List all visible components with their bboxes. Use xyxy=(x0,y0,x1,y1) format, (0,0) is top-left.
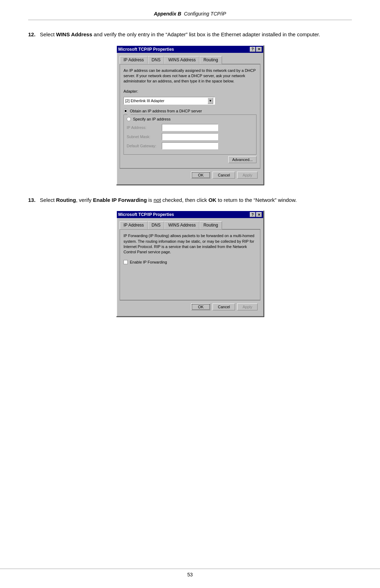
dialog1-tab-content: An IP address can be automatically assig… xyxy=(120,64,260,168)
radio-specify-row[interactable]: Specify an IP address xyxy=(127,117,253,121)
adapter-dropdown-value: [2] Etherlink III Adapter xyxy=(125,99,164,103)
appendix-bold: Appendix B xyxy=(154,11,181,17)
default-gateway-input[interactable] xyxy=(162,142,218,149)
dialog2-tab-wins[interactable]: WINS Address xyxy=(164,221,200,229)
step-13-pre: Select xyxy=(37,197,56,203)
dialog2-container: Microsoft TCP/IP Properties ? ✕ IP Addre… xyxy=(28,210,352,317)
step-13-text: 13. Select Routing, verify Enable IP For… xyxy=(28,196,352,204)
dialog2-title: Microsoft TCP/IP Properties xyxy=(118,212,174,217)
dialog2-close-button[interactable]: ✕ xyxy=(256,212,262,217)
dialog1-tabs: IP Address DNS WINS Address Routing xyxy=(120,56,260,64)
step-13-t3: is not checked, then click xyxy=(147,197,208,203)
dialog1-container: Microsoft TCP/IP Properties ? ✕ IP Addre… xyxy=(28,45,352,185)
dialog2-titlebar: Microsoft TCP/IP Properties ? ✕ xyxy=(117,211,263,218)
dialog1-titlebar: Microsoft TCP/IP Properties ? ✕ xyxy=(117,46,263,53)
dialog1: Microsoft TCP/IP Properties ? ✕ IP Addre… xyxy=(116,45,264,185)
help-button[interactable]: ? xyxy=(250,47,255,52)
radio-specify-icon xyxy=(127,117,131,121)
page-footer: 53 xyxy=(0,569,380,577)
ip-address-row: IP Address: xyxy=(127,124,253,131)
step-13-bold2: Enable IP Forwarding xyxy=(93,197,147,203)
tab-wins-address[interactable]: WINS Address xyxy=(164,56,200,64)
advanced-button[interactable]: Advanced... xyxy=(228,156,256,163)
ip-address-input[interactable] xyxy=(162,124,218,131)
subnet-mask-label: Subnet Mask: xyxy=(127,135,162,139)
titlebar-buttons: ? ✕ xyxy=(250,47,262,52)
step-13-bold3: OK xyxy=(208,197,216,203)
step-12-rest: and verify the only entry in the “Adapte… xyxy=(92,31,320,37)
subnet-mask-input[interactable] xyxy=(162,133,218,140)
adapter-dropdown[interactable]: [2] Etherlink III Adapter ▼ xyxy=(124,97,215,105)
dialog1-body: IP Address DNS WINS Address Routing An I… xyxy=(117,53,263,184)
dialog1-button-row: OK Cancel Apply xyxy=(120,168,260,181)
radio-specify-label: Specify an IP address xyxy=(133,117,171,121)
dialog2-apply-button[interactable]: Apply xyxy=(237,303,258,310)
dialog1-info-text: An IP address can be automatically assig… xyxy=(124,68,256,84)
dialog2-tabs: IP Address DNS WINS Address Routing xyxy=(120,221,260,230)
tab-ip-address[interactable]: IP Address xyxy=(120,56,148,64)
adapter-row: Adapter: xyxy=(124,89,256,93)
enable-ip-forwarding-label: Enable IP Forwarding xyxy=(130,260,167,264)
step-12-text: 12. Select WINS Address and verify the o… xyxy=(28,31,352,39)
dialog1-apply-button[interactable]: Apply xyxy=(237,172,258,179)
subnet-mask-row: Subnet Mask: xyxy=(127,133,253,140)
specify-ip-group: Specify an IP address IP Address: Subnet… xyxy=(124,114,256,155)
tab-routing[interactable]: Routing xyxy=(200,56,222,64)
radio-dhcp-row[interactable]: Obtain an IP address from a DHCP server xyxy=(124,109,256,113)
dialog2-titlebar-buttons: ? ✕ xyxy=(250,212,262,217)
dialog2-tab-routing[interactable]: Routing xyxy=(200,221,222,229)
dialog2-help-button[interactable]: ? xyxy=(250,212,255,217)
page-container: Appendix B Configuring TCP/iP 12. Select… xyxy=(0,0,380,588)
dialog2-tab-ip[interactable]: IP Address xyxy=(120,221,148,229)
dialog2-button-row: OK Cancel Apply xyxy=(120,300,260,313)
dialog2-info-text: IP Forwarding (IP Routing) allows packet… xyxy=(124,233,256,255)
adapter-label: Adapter: xyxy=(124,89,138,93)
step-12-pre: Select xyxy=(37,31,56,37)
dialog1-ok-button[interactable]: OK xyxy=(191,172,210,179)
advanced-btn-row: Advanced... xyxy=(124,155,256,165)
dialog1-title: Microsoft TCP/IP Properties xyxy=(118,47,174,52)
default-gateway-row: Default Gateway: xyxy=(127,142,253,149)
close-button[interactable]: ✕ xyxy=(256,47,262,52)
dialog2-ok-button[interactable]: OK xyxy=(191,303,210,310)
step-13-number: 13. xyxy=(28,197,36,203)
step-13-t5: to return to the “Network” window. xyxy=(216,197,297,203)
step-13-t2: , verify xyxy=(76,197,93,203)
step-13-bold1: Routing xyxy=(56,197,76,203)
radio-dhcp-label: Obtain an IP address from a DHCP server xyxy=(130,109,202,113)
specify-ip-group-label xyxy=(127,112,131,116)
enable-ip-forwarding-checkbox[interactable] xyxy=(124,260,128,264)
dialog2-body: IP Address DNS WINS Address Routing IP F… xyxy=(117,218,263,316)
page-number: 53 xyxy=(187,572,193,577)
adapter-dropdown-row: [2] Etherlink III Adapter ▼ xyxy=(124,97,256,105)
dialog2-tab-dns[interactable]: DNS xyxy=(148,221,164,229)
dialog2-cancel-button[interactable]: Cancel xyxy=(213,303,235,310)
default-gateway-label: Default Gateway: xyxy=(127,144,162,148)
dialog2: Microsoft TCP/IP Properties ? ✕ IP Addre… xyxy=(116,210,264,317)
enable-ip-forwarding-row[interactable]: Enable IP Forwarding xyxy=(124,260,256,264)
tab-dns[interactable]: DNS xyxy=(148,56,164,64)
step-13-underline: not xyxy=(154,197,161,203)
header-rest: Configuring TCP/iP xyxy=(181,11,226,17)
header-text: Appendix B Configuring TCP/iP xyxy=(154,11,226,17)
step-12-bold: WINS Address xyxy=(56,31,92,37)
dropdown-arrow-icon: ▼ xyxy=(208,98,213,104)
page-header: Appendix B Configuring TCP/iP xyxy=(28,11,352,20)
dialog1-cancel-button[interactable]: Cancel xyxy=(213,172,235,179)
step-12-number: 12. xyxy=(28,31,36,37)
dialog2-tab-content: IP Forwarding (IP Routing) allows packet… xyxy=(120,230,260,300)
ip-address-label: IP Address: xyxy=(127,125,162,130)
